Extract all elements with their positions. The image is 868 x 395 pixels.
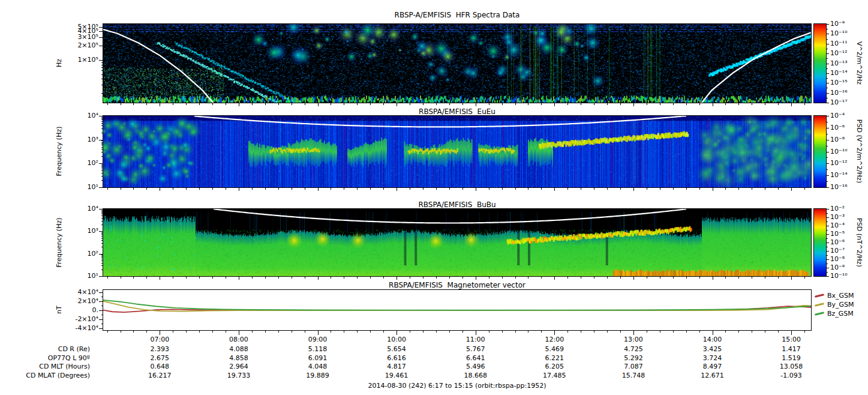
table-cell: 3.425 [689,345,737,353]
xtick-minor [186,331,187,333]
xtick-minor [673,277,674,279]
xtick-minor [423,277,424,279]
colorbar-tick [827,64,829,64]
ytick [99,187,103,188]
ytick-minor [101,142,103,143]
xtick-minor [383,277,384,279]
xtick [554,103,555,106]
xtick-minor [725,188,726,190]
colorbar-tick-label: 10⁻⁴ [830,112,845,119]
xtick [791,188,792,191]
ytick-label: 0. [61,306,98,314]
ytick-minor [101,79,103,79]
xtick-minor [410,188,410,190]
eueu-spectrogram-canvas [103,116,811,187]
xtick-minor [278,188,279,190]
xtick [160,188,160,191]
xtick-minor [778,103,779,105]
xtick-minor [594,277,594,279]
ytick-minor [101,324,103,324]
colorbar-tick-label: 10⁻¹⁶ [830,183,848,191]
xtick-minor [647,331,647,333]
xtick [791,331,792,335]
colorbar-tick-minor [827,88,828,88]
xtick-minor [660,331,660,333]
xtick [160,103,160,106]
colorbar-tick-minor [827,29,828,29]
xtick-minor [252,103,253,105]
colorbar-tick [827,276,829,277]
xtick-minor [725,331,726,333]
xtick-minor [331,277,331,279]
ytick-label: 2×10⁵ [61,41,98,49]
ytick-minor [101,128,103,129]
colorbar-hfr-title: V^2/m^2/Hz [855,41,863,85]
xtick-minor [370,188,371,190]
xtick-minor [489,331,489,333]
xtick-minor [133,277,134,279]
xtick [713,277,713,280]
xtick [318,188,319,191]
colorbar-tick [827,251,829,252]
xtick [476,103,476,106]
xtick [397,277,397,280]
table-cell: 19.889 [294,372,342,379]
colorbar-tick-minor [827,157,828,158]
xtick [554,331,555,335]
xtick [318,277,319,280]
xtick [318,103,319,106]
colorbar-tick-label: 10⁻⁶ [830,124,845,131]
ytick-minor [101,149,103,149]
colorbar-tick-label: 10⁻¹² [830,159,848,167]
xtick-minor [778,277,779,279]
xtick-minor [133,188,134,190]
legend-label-bz: Bz_GSM [827,310,854,318]
ytick-minor [101,214,103,214]
colorbar-tick [827,226,829,226]
xtick-time-label: 08:00 [215,336,263,343]
xtick-minor [804,277,805,279]
xtick [397,188,397,191]
colorbar-tick-label: 10⁻¹² [830,49,848,57]
table-cell: 5.118 [294,345,342,353]
xtick-minor [765,188,765,190]
xtick-minor [765,103,765,105]
colorbar-tick [827,175,829,176]
xtick-minor [212,331,213,333]
xtick [633,103,634,106]
table-cell: 13.058 [767,363,815,370]
xtick-minor [121,103,121,105]
xtick-minor [765,277,765,279]
xtick-minor [581,331,581,333]
xtick-minor [607,331,608,333]
table-row-label: CD MLT (Hours) [0,363,90,370]
xtick [239,103,239,106]
xtick-minor [199,103,200,105]
xtick-minor [594,103,594,105]
xtick-minor [567,277,568,279]
ytick-minor [101,93,103,94]
xtick [791,103,792,106]
ytick [99,292,103,293]
xtick-minor [528,188,528,190]
xtick [554,277,555,280]
xtick-minor [449,188,450,190]
xtick-minor [502,277,503,279]
colorbar-bubu-title: PSD (nT^2/Hz) [855,218,863,267]
xtick-minor [489,188,489,190]
xtick-time-label: 07:00 [136,336,184,343]
xtick-minor [265,188,266,190]
xtick-minor [699,188,700,190]
ytick-minor [101,121,103,122]
colorbar-tick-label: 10⁻¹¹ [830,40,848,47]
xtick [713,331,713,335]
xtick-minor [226,331,226,333]
ytick [99,27,103,28]
colorbar-tick-minor [827,39,828,40]
xtick-minor [502,331,503,333]
ytick-minor [101,263,103,264]
legend-item-bz: Bz_GSM [815,310,854,318]
xtick-minor [660,277,660,279]
colorbar-tick [827,93,829,94]
colorbar-tick-label: 10⁻¹⁰ [830,148,848,155]
